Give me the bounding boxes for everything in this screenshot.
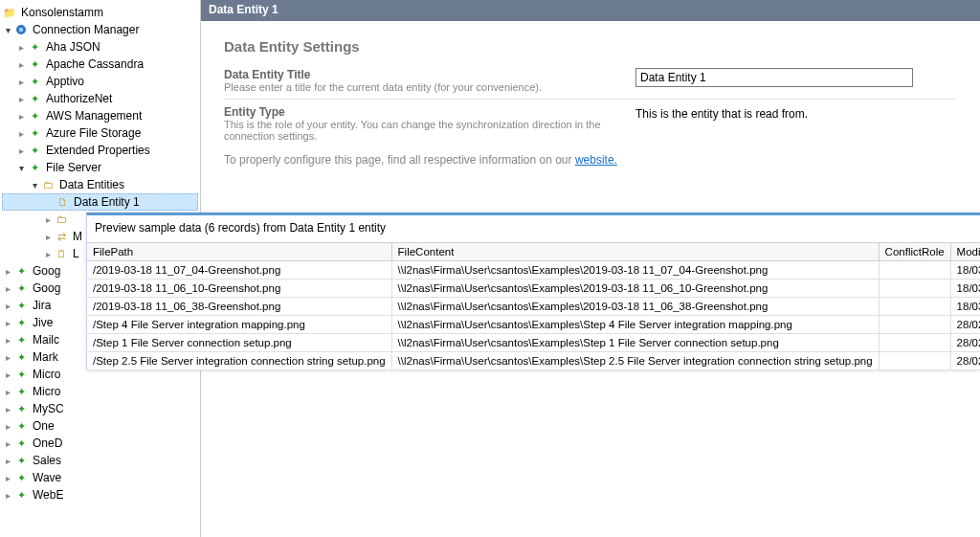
- column-header[interactable]: Modified: [950, 243, 980, 261]
- connector-icon: ✦: [27, 91, 42, 106]
- tree-connector-item[interactable]: ▸✦WebE: [2, 486, 198, 503]
- connector-icon: ✦: [27, 39, 42, 55]
- tree-data-entities[interactable]: ▾ 🗀 Data Entities: [2, 176, 198, 193]
- tree-connector-item[interactable]: ▸✦Apache Cassandra: [2, 56, 198, 73]
- tree-connector-item[interactable]: ▸✦OneD: [2, 435, 198, 452]
- tree-item-label: Goog: [31, 281, 60, 295]
- table-row[interactable]: /2019-03-18 11_06_38-Greenshot.png\\l2na…: [87, 298, 980, 316]
- table-row[interactable]: /2019-03-18 11_06_10-Greenshot.png\\l2na…: [87, 280, 980, 298]
- tree-file-server[interactable]: ▾ ✦ File Server: [2, 159, 198, 176]
- connector-icon: ✦: [13, 487, 29, 503]
- help-link[interactable]: website.: [575, 153, 617, 167]
- connector-icon: ✦: [13, 470, 29, 485]
- tree-connector-item[interactable]: ▸✦AuthorizeNet: [2, 90, 198, 107]
- chevron-right-icon[interactable]: ▸: [2, 335, 13, 346]
- tree-connector-item[interactable]: ▸✦One: [2, 417, 198, 435]
- connector-icon: ✦: [13, 280, 29, 296]
- chevron-right-icon[interactable]: ▸: [2, 490, 13, 501]
- tree-conn-mgr[interactable]: ▾ Connection Manager: [2, 21, 198, 38]
- chevron-right-icon[interactable]: ▸: [15, 145, 27, 156]
- chevron-right-icon[interactable]: ▸: [2, 473, 13, 483]
- tree-item-label: Mailc: [31, 333, 59, 347]
- chevron-right-icon[interactable]: ▸: [2, 352, 13, 363]
- table-cell: \\l2nas\Firma\User\csantos\Examples\2019…: [391, 298, 879, 316]
- table-row[interactable]: /2019-03-18 11_07_04-Greenshot.png\\l2na…: [87, 261, 980, 280]
- tree-item-label: Apache Cassandra: [44, 57, 144, 71]
- preview-title: Preview sample data (6 records) from Dat…: [87, 215, 980, 242]
- connector-icon: ✦: [27, 125, 42, 141]
- chevron-right-icon[interactable]: ▸: [2, 387, 13, 397]
- chevron-right-icon[interactable]: ▸: [2, 421, 13, 432]
- connector-icon: ✦: [13, 315, 29, 330]
- tree-connector-item[interactable]: ▸✦Azure File Storage: [2, 124, 198, 142]
- chevron-right-icon[interactable]: ▸: [2, 456, 13, 466]
- chevron-right-icon[interactable]: ▸: [2, 404, 13, 414]
- tree-item-label: One: [31, 419, 55, 433]
- chevron-right-icon[interactable]: ▸: [2, 301, 13, 311]
- row-title: Data Entity Title Please enter a title f…: [224, 68, 957, 93]
- table-row[interactable]: /Step 4 File Server integration mapping.…: [87, 316, 980, 334]
- chevron-right-icon[interactable]: ▸: [42, 232, 54, 242]
- chevron-right-icon[interactable]: ▸: [15, 59, 27, 70]
- preview-dialog: Preview sample data (6 records) from Dat…: [86, 213, 980, 370]
- chevron-right-icon[interactable]: ▸: [15, 42, 27, 53]
- chevron-down-icon[interactable]: ▾: [29, 180, 40, 190]
- row-type: Entity Type This is the role of your ent…: [224, 99, 957, 142]
- chevron-right-icon[interactable]: ▸: [15, 94, 27, 104]
- tree-connector-item[interactable]: ▸✦Sales: [2, 452, 198, 469]
- chevron-down-icon[interactable]: ▾: [2, 25, 13, 35]
- content-header-title: Data Entity 1: [209, 3, 278, 16]
- tree-item-label: Aha JSON: [44, 40, 100, 54]
- column-header[interactable]: ConflictRole: [879, 243, 950, 261]
- tree-connector-item[interactable]: ▸✦Extended Properties: [2, 142, 198, 159]
- content-header: Data Entity 1: [201, 0, 980, 21]
- table-cell: /Step 1 File Server connection setup.png: [87, 334, 391, 352]
- table-row[interactable]: /Step 1 File Server connection setup.png…: [87, 334, 980, 352]
- tree-item-label: Wave: [31, 471, 61, 484]
- chevron-right-icon[interactable]: ▸: [2, 318, 13, 328]
- chevron-right-icon[interactable]: ▸: [15, 128, 27, 139]
- table-cell: 18/03/2019 11: [950, 298, 980, 316]
- connector-icon: ✦: [13, 418, 29, 434]
- settings-panel: Data Entity Settings Data Entity Title P…: [201, 21, 980, 174]
- chevron-right-icon[interactable]: ▸: [42, 214, 54, 225]
- tree-root-label: Konsolenstamm: [19, 6, 103, 19]
- table-row[interactable]: /Step 2.5 File Server integration connec…: [87, 352, 980, 370]
- tree-connector-item[interactable]: ▸✦Wave: [2, 469, 198, 486]
- tree-item-label: AuthorizeNet: [44, 92, 112, 105]
- log-icon: 🗒: [54, 246, 69, 261]
- folder-icon: 📁: [2, 5, 17, 20]
- tree-connector-item[interactable]: ▸✦Micro: [2, 383, 198, 400]
- chevron-right-icon[interactable]: ▸: [2, 266, 13, 277]
- chevron-right-icon[interactable]: ▸: [15, 111, 27, 122]
- title-input[interactable]: [635, 68, 913, 87]
- tree-item-label: Goog: [31, 264, 60, 278]
- tree-item-label: Apptivo: [44, 75, 84, 88]
- tree-connector-item[interactable]: ▸✦Apptivo: [2, 73, 198, 90]
- connector-icon: ✦: [13, 263, 29, 279]
- table-cell: 28/02/2019 08: [950, 334, 980, 352]
- type-label: Entity Type: [224, 105, 635, 119]
- tree-connector-item[interactable]: ▸✦AWS Management: [2, 107, 198, 124]
- column-header[interactable]: FilePath: [87, 243, 391, 261]
- tree-entity-1[interactable]: 🗋 Data Entity 1: [2, 193, 198, 211]
- chevron-right-icon[interactable]: ▸: [2, 438, 13, 449]
- tree-connector-item[interactable]: ▸✦MySC: [2, 400, 198, 417]
- connector-icon: ✦: [27, 160, 42, 175]
- table-cell: [879, 352, 950, 370]
- folder-icon: 🗀: [54, 212, 69, 227]
- column-header[interactable]: FileContent: [391, 243, 879, 261]
- chevron-right-icon[interactable]: ▸: [2, 369, 13, 380]
- table-cell: \\l2nas\Firma\User\csantos\Examples\Step…: [391, 334, 879, 352]
- chevron-right-icon[interactable]: ▸: [42, 249, 54, 259]
- tree-conn-mgr-label: Connection Manager: [31, 23, 139, 36]
- chevron-right-icon[interactable]: ▸: [15, 77, 27, 87]
- chevron-right-icon[interactable]: ▸: [2, 283, 13, 294]
- chevron-down-icon[interactable]: ▾: [15, 163, 27, 173]
- tree-connector-item[interactable]: ▸✦Aha JSON: [2, 38, 198, 56]
- table-cell: 28/02/2019 08: [950, 352, 980, 370]
- type-value: This is the entity that is read from.: [635, 105, 957, 121]
- connector-icon: ✦: [13, 384, 29, 399]
- connector-icon: ✦: [13, 453, 29, 468]
- tree-root[interactable]: 📁 Konsolenstamm: [2, 4, 198, 21]
